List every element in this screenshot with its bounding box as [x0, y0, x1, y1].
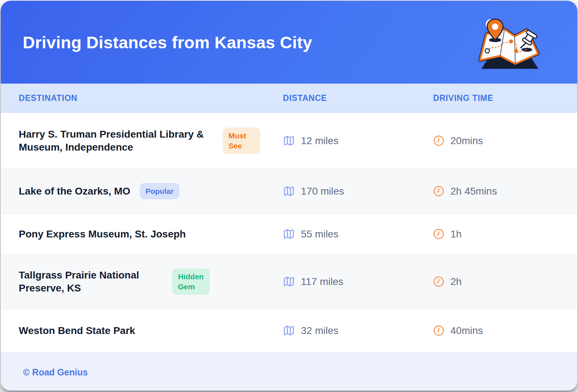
clock-icon — [433, 276, 444, 287]
badge-hidden-gem: Hidden Gem — [172, 268, 210, 295]
map-icon — [283, 185, 295, 197]
clock-icon — [433, 135, 444, 146]
destination-cell: Tallgrass Prairie National Preserve, KS … — [1, 268, 283, 295]
distance-value: 170 miles — [301, 186, 344, 197]
distance-cell: 12 miles — [283, 135, 433, 147]
destination-name: Harry S. Truman Presidential Library & M… — [19, 128, 213, 154]
table-column-header-row: DESTINATION DISTANCE DRIVING TIME — [1, 84, 577, 113]
column-header-destination: DESTINATION — [1, 93, 283, 103]
map-icon — [283, 325, 295, 337]
map-icon — [283, 276, 295, 288]
folded-map-illustration-icon — [473, 13, 545, 74]
badge-must-see: Must See — [223, 128, 260, 154]
distance-cell: 170 miles — [283, 185, 433, 197]
driving-time-cell: 40mins — [433, 325, 577, 337]
driving-time-value: 1h — [450, 228, 462, 240]
destination-name: Weston Bend State Park — [19, 324, 135, 337]
page-title: Driving Distances from Kansas City — [23, 32, 312, 52]
driving-time-value: 20mins — [450, 135, 483, 147]
table-row: Weston Bend State Park 32 miles 40mins — [1, 309, 577, 352]
driving-time-cell: 1h — [433, 228, 577, 240]
distance-cell: 32 miles — [283, 325, 433, 337]
footer: © Road Genius — [1, 352, 577, 391]
clock-icon — [433, 228, 444, 240]
destination-cell: Harry S. Truman Presidential Library & M… — [1, 128, 283, 154]
distance-value: 55 miles — [301, 228, 338, 240]
driving-time-cell: 2h — [433, 276, 577, 288]
clock-icon — [433, 325, 444, 336]
table-body: Harry S. Truman Presidential Library & M… — [1, 113, 577, 352]
clock-icon — [433, 186, 444, 197]
distance-value: 32 miles — [301, 325, 338, 337]
destination-cell: Weston Bend State Park — [1, 324, 283, 337]
destination-name: Lake of the Ozarks, MO — [19, 185, 130, 198]
credit-text: © Road Genius — [23, 367, 88, 378]
column-header-driving-time: DRIVING TIME — [433, 93, 577, 103]
distance-cell: 117 miles — [283, 276, 433, 288]
column-header-distance: DISTANCE — [283, 93, 433, 103]
map-icon — [283, 135, 295, 147]
distance-value: 12 miles — [301, 135, 338, 147]
map-icon — [283, 228, 295, 240]
destination-cell: Pony Express Museum, St. Joseph — [1, 228, 283, 241]
hero-header: Driving Distances from Kansas City — [1, 1, 577, 84]
distance-cell: 55 miles — [283, 228, 433, 240]
table-row: Tallgrass Prairie National Preserve, KS … — [1, 254, 577, 309]
driving-time-value: 2h — [450, 276, 462, 288]
table-row: Lake of the Ozarks, MO Popular 170 miles… — [1, 168, 577, 214]
destination-name: Tallgrass Prairie National Preserve, KS — [19, 269, 163, 295]
driving-distances-card: Driving Distances from Kansas City — [1, 1, 577, 391]
driving-time-value: 40mins — [450, 325, 483, 337]
table-row: Harry S. Truman Presidential Library & M… — [1, 113, 577, 168]
distance-value: 117 miles — [301, 276, 343, 288]
table-row: Pony Express Museum, St. Joseph 55 miles… — [1, 214, 577, 254]
driving-time-cell: 20mins — [433, 135, 577, 147]
driving-time-value: 2h 45mins — [450, 186, 497, 197]
destination-cell: Lake of the Ozarks, MO Popular — [1, 183, 283, 199]
destination-name: Pony Express Museum, St. Joseph — [19, 228, 186, 241]
badge-popular: Popular — [140, 183, 179, 199]
driving-time-cell: 2h 45mins — [433, 186, 577, 197]
map-illustration — [473, 13, 545, 74]
